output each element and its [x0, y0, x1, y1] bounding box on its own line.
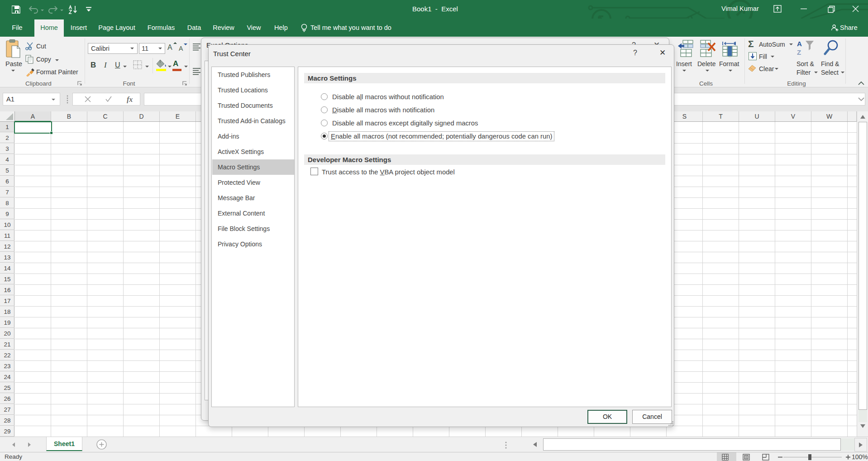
svg-text:fx: fx: [127, 96, 133, 103]
svg-text:A: A: [797, 40, 802, 48]
svg-text:Z: Z: [797, 48, 801, 56]
